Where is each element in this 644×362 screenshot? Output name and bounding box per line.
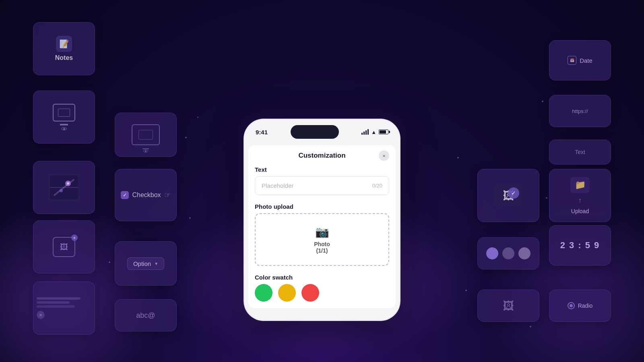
upload-arrow-icon: ↑ [578, 196, 582, 205]
color-swatch-row [255, 284, 389, 302]
checkbox-label: Checkbox [132, 191, 161, 199]
card-radio: Radio [549, 290, 611, 322]
close-icon: × [382, 153, 386, 159]
notes-label: Notes [55, 54, 73, 62]
dot-dark-purple [502, 247, 514, 259]
dropdown-arrow-icon: ▼ [154, 261, 158, 266]
color-section-label: Color swatch [255, 274, 389, 281]
modal-header: Customization × [255, 152, 389, 160]
image-add-icon: 🖼 + [53, 237, 75, 257]
card-abc: abc@ [115, 299, 177, 331]
photo-icon: 📷 [315, 225, 329, 239]
swatch-green[interactable] [255, 284, 272, 302]
photo-section-label: Photo upload [255, 203, 389, 210]
map-icon [48, 173, 80, 202]
signal-icon [361, 129, 369, 135]
option-label: Option [133, 260, 151, 267]
card-url: https:// [549, 95, 611, 127]
card-date: 📅 Date [549, 40, 611, 80]
battery-icon [379, 130, 388, 134]
notes-icon: 📝 [56, 36, 72, 52]
upload-area: 📁 [570, 177, 590, 193]
cursor-hand-icon: ☞ [164, 191, 171, 200]
card-map [33, 161, 95, 214]
modal-title: Customization [298, 152, 345, 160]
text-label: Text [575, 149, 585, 155]
card-image-right-bottom: 🖼 [477, 290, 539, 322]
calendar-icon: 📅 [568, 56, 576, 65]
display-icon [132, 124, 160, 145]
card-image-plus: 🖼 + [33, 220, 95, 274]
phone-frame: 9:41 ▲ [244, 119, 400, 321]
url-label: https:// [572, 108, 588, 114]
dynamic-island [291, 125, 339, 139]
dot-light-purple [518, 247, 530, 259]
photo-upload-area[interactable]: 📷 Photo(1/1) [255, 213, 389, 266]
radio-icon [568, 302, 575, 309]
text-section-label: Text [255, 166, 389, 173]
card-text-bottom-left: ✕ [33, 282, 95, 335]
radio-label: Radio [578, 302, 593, 309]
char-count: 0/20 [372, 183, 382, 189]
checkbox-icon: ✓ [121, 191, 129, 199]
wifi-icon: ▲ [371, 129, 376, 135]
phone-time: 9:41 [256, 129, 268, 136]
card-dots [477, 237, 539, 269]
swatch-yellow[interactable] [278, 284, 296, 302]
image-bottom-icon: 🖼 [503, 299, 514, 313]
card-notes: 📝 Notes [33, 22, 95, 75]
card-checkbox: ✓ Checkbox ☞ [115, 169, 177, 221]
photo-label: Photo(1/1) [314, 241, 330, 254]
swatch-red[interactable] [301, 284, 319, 302]
image-preview-icon: 🖼 ✓ [494, 184, 522, 207]
upload-label: Upload [571, 208, 589, 214]
abc-label: abc@ [136, 311, 155, 320]
phone-mockup: 9:41 ▲ [244, 119, 400, 321]
card-upload-image: 🖼 ✓ [477, 169, 539, 222]
svg-point-4 [67, 182, 69, 185]
option-dropdown: Option ▼ [127, 257, 164, 270]
check-overlay-icon: ✓ [508, 187, 519, 199]
date-label: Date [580, 57, 592, 64]
card-monitor [33, 90, 95, 144]
monitor-icon [53, 104, 75, 121]
card-display-mid [115, 113, 177, 157]
card-timer: 2 3 : 5 9 [549, 225, 611, 265]
phone-content: Customization × Text Placeholder 0/20 Ph… [248, 145, 396, 308]
timer-label: 2 3 : 5 9 [560, 240, 600, 251]
text-input-field[interactable]: Placeholder 0/20 [255, 176, 389, 195]
card-option: Option ▼ [115, 241, 177, 286]
placeholder-text: Placeholder [262, 182, 293, 189]
card-text-right: Text [549, 140, 611, 165]
status-icons: ▲ [361, 129, 388, 135]
card-upload: 📁 ↑ Upload [549, 169, 611, 222]
dot-purple [486, 247, 498, 259]
close-button[interactable]: × [379, 150, 389, 161]
phone-status-bar: 9:41 ▲ [244, 119, 400, 141]
svg-point-5 [60, 189, 63, 192]
